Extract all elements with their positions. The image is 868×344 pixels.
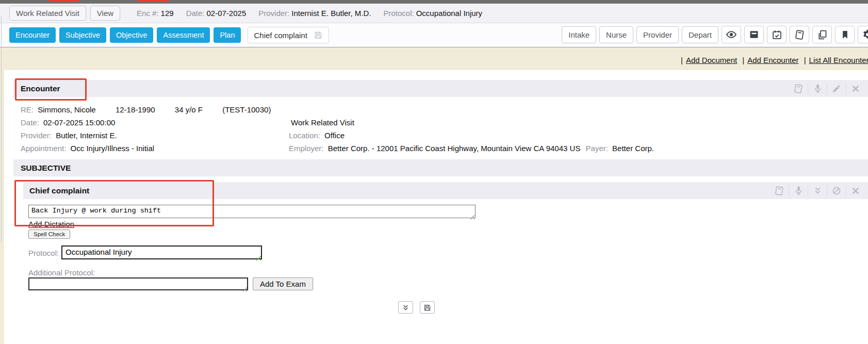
double-chevron-down-icon [813,186,822,195]
calendar-check-icon [772,29,782,40]
calendar-check-button[interactable] [767,26,787,43]
visit-type-row: Work Related Visit [289,118,354,127]
appointment-label: Appointment: [21,144,66,153]
encounter-date-row: Date: 02-07-2025 15:00:00 [21,118,115,127]
gear-icon [862,29,868,40]
nurse-button[interactable]: Nurse [599,26,633,43]
encounter-context-bar: Work Related Visit View Enc #:129 Date:0… [0,4,868,23]
chief-complaint-header-icons [770,182,865,199]
depart-button[interactable]: Depart [682,26,718,43]
edit-button[interactable] [827,80,846,97]
date-value: 02-07-2025 15:00:00 [43,118,115,127]
protocol-textarea[interactable]: Occupational Injury [61,245,262,259]
collapse-button[interactable] [808,182,827,199]
notes-button[interactable] [770,182,789,199]
payer-label: Payer: [586,144,608,153]
enc-date-field: Date:02-07-2025 [186,9,247,18]
archive-button[interactable] [744,26,764,43]
patient-id: (TEST-10030) [222,105,271,114]
view-button[interactable]: View [90,6,120,21]
additional-protocol-field-wrap [28,277,248,292]
additional-protocol-textarea[interactable] [28,277,248,290]
enc-protocol-value: Occupational Injury [416,9,482,18]
eye-icon [726,29,737,40]
employer-value: Better Corp. - 12001 Pacific Coast Highw… [328,144,581,153]
copy-icon [817,29,828,40]
close-icon [851,85,860,93]
employer-label: Employer: [289,144,324,153]
subjective-section-header: SUBJECTIVE [13,159,868,176]
disable-button[interactable] [827,182,846,199]
current-section-label: Chief complaint [254,31,307,40]
nav-plan-button[interactable]: Plan [214,27,241,43]
enc-date-value: 02-07-2025 [207,9,247,18]
soap-toolbar: Encounter Subjective Objective Assessmen… [0,23,868,47]
protocol-field-wrap: Occupational Injury [61,245,262,261]
book-icon [794,29,805,40]
re-label: RE: [21,105,34,114]
patient-dob: 12-18-1990 [116,105,155,114]
enc-provider-field: Provider:Internist E. Butler, M.D. [258,9,371,18]
book-icon [793,84,804,94]
spell-check-button[interactable]: Spell Check [28,230,70,239]
nav-objective-button[interactable]: Objective [110,27,153,43]
browser-strip [0,0,868,4]
link-separator: | [742,56,744,64]
expand-all-button[interactable] [398,301,413,314]
chief-complaint-header: Chief complaint [23,182,868,199]
dictate-button[interactable] [808,80,827,97]
archive-icon [749,29,759,40]
bookmark-button[interactable] [835,26,855,43]
provider-row: Provider: Butler, Internist E. [21,131,117,140]
nav-subjective-button[interactable]: Subjective [59,27,106,43]
enc-protocol-label: Protocol: [383,9,414,18]
chief-complaint-field-wrap: Back Injury @ work during shift [28,205,476,220]
enc-protocol-field: Protocol:Occupational Injury [383,9,482,18]
pencil-icon [832,84,841,93]
save-button[interactable] [420,301,435,314]
nav-assessment-button[interactable]: Assessment [157,27,210,43]
visit-type-value: Work Related Visit [291,118,354,127]
link-separator: | [804,56,806,64]
provider-button[interactable]: Provider [636,26,679,43]
notes-button[interactable] [789,80,808,97]
journal-button[interactable] [790,26,809,43]
close-section-button[interactable] [846,80,865,97]
add-document-link[interactable]: Add Document [686,56,737,64]
intake-button[interactable]: Intake [562,26,596,43]
stage-button-group: Intake Nurse Provider Depart [562,26,868,43]
action-links: |Add Document |Add Encounter |List All E… [678,56,868,64]
protocol-label: Protocol: [28,249,59,257]
chief-complaint-textarea[interactable]: Back Injury @ work during shift [28,205,476,218]
enc-number-value: 129 [161,9,174,18]
provider-value: Butler, Internist E. [56,131,117,140]
additional-protocol-label: Additional Protocol: [28,268,95,277]
nav-encounter-button[interactable]: Encounter [9,27,56,43]
enc-number-label: Enc #: [137,9,159,18]
enc-number-field: Enc #:129 [137,9,174,18]
close-section-button[interactable] [846,182,865,199]
double-chevron-down-icon [402,304,409,311]
settings-button[interactable] [858,26,868,43]
enc-provider-label: Provider: [258,9,289,18]
book-icon [774,186,784,196]
eye-button[interactable] [722,26,741,43]
bookmark-icon [840,30,850,40]
chief-complaint-title: Chief complaint [29,186,89,195]
add-dictation-link[interactable]: Add Dictation [28,220,74,228]
list-all-encounters-link[interactable]: List All Encounters [809,56,868,64]
left-panel-edge [1,15,2,242]
visit-type-button[interactable]: Work Related Visit [9,6,86,21]
enc-provider-value: Internist E. Butler, M.D. [291,9,371,18]
add-encounter-link[interactable]: Add Encounter [747,56,798,64]
encounter-section-header: Encounter [13,80,868,97]
location-label: Location: [289,131,320,140]
copy-button[interactable] [812,26,832,43]
appointment-row: Appointment: Occ Injury/Illness - Initia… [21,144,154,153]
location-row: Location: Office [289,131,345,140]
dictate-button[interactable] [789,182,808,199]
employer-row: Employer: Better Corp. - 12001 Pacific C… [289,144,654,153]
add-to-exam-button[interactable]: Add To Exam [253,277,313,290]
date-label: Date: [21,118,39,127]
provider-label: Provider: [21,131,52,140]
